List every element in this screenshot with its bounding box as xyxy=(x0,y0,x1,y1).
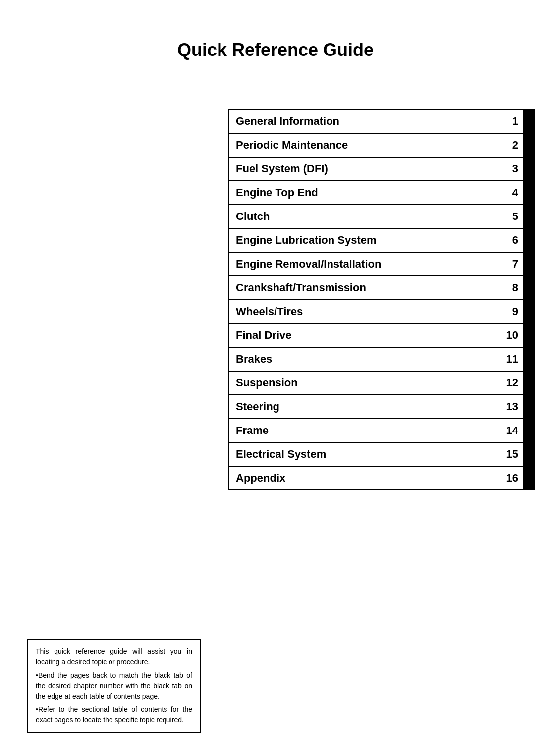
toc-tab xyxy=(523,348,534,371)
toc-number: 15 xyxy=(496,443,523,466)
toc-row: Frame14 xyxy=(228,418,535,443)
page-title: Quick Reference Guide xyxy=(0,0,551,90)
toc-row: Clutch5 xyxy=(228,204,535,229)
toc-number: 10 xyxy=(496,324,523,347)
toc-row: Engine Lubrication System6 xyxy=(228,228,535,253)
toc-tab xyxy=(523,467,534,489)
toc-row: Electrical System15 xyxy=(228,442,535,467)
toc-label: Brakes xyxy=(229,348,496,371)
toc-label: Electrical System xyxy=(229,443,496,466)
toc-row: Final Drive10 xyxy=(228,323,535,348)
toc-number: 2 xyxy=(496,134,523,157)
toc-row: Crankshaft/Transmission8 xyxy=(228,275,535,300)
toc-number: 5 xyxy=(496,205,523,228)
toc-label: Engine Lubrication System xyxy=(229,229,496,252)
toc-number: 8 xyxy=(496,276,523,299)
toc-row: Appendix16 xyxy=(228,466,535,490)
toc-label: Suspension xyxy=(229,372,496,394)
toc-row: Steering13 xyxy=(228,394,535,419)
description-bullet2: •Refer to the sectional table of content… xyxy=(36,704,192,725)
toc-number: 7 xyxy=(496,253,523,275)
toc-row: Engine Top End4 xyxy=(228,180,535,205)
toc-label: General Information xyxy=(229,110,496,133)
toc-label: Crankshaft/Transmission xyxy=(229,276,496,299)
toc-label: Wheels/Tires xyxy=(229,300,496,323)
toc-tab xyxy=(523,276,534,299)
toc-number: 11 xyxy=(496,348,523,371)
toc-number: 1 xyxy=(496,110,523,133)
toc-label: Clutch xyxy=(229,205,496,228)
toc-number: 9 xyxy=(496,300,523,323)
toc-row: Wheels/Tires9 xyxy=(228,299,535,324)
toc-tab xyxy=(523,253,534,275)
toc-container: General Information1Periodic Maintenance… xyxy=(228,109,535,489)
toc-label: Engine Removal/Installation xyxy=(229,253,496,275)
toc-row: Engine Removal/Installation7 xyxy=(228,252,535,276)
toc-tab xyxy=(523,205,534,228)
toc-tab xyxy=(523,324,534,347)
toc-tab xyxy=(523,134,534,157)
toc-tab xyxy=(523,395,534,418)
toc-tab xyxy=(523,158,534,180)
description-intro: This quick reference guide will assist y… xyxy=(36,647,192,667)
toc-tab xyxy=(523,229,534,252)
toc-row: General Information1 xyxy=(228,109,535,134)
toc-tab xyxy=(523,300,534,323)
toc-tab xyxy=(523,181,534,204)
toc-label: Engine Top End xyxy=(229,181,496,204)
toc-row: Suspension12 xyxy=(228,371,535,395)
toc-number: 4 xyxy=(496,181,523,204)
toc-tab xyxy=(523,419,534,442)
toc-tab xyxy=(523,443,534,466)
toc-label: Appendix xyxy=(229,467,496,489)
description-box: This quick reference guide will assist y… xyxy=(27,639,201,733)
toc-number: 3 xyxy=(496,158,523,180)
toc-row: Brakes11 xyxy=(228,347,535,372)
toc-label: Frame xyxy=(229,419,496,442)
toc-tab xyxy=(523,110,534,133)
toc-row: Periodic Maintenance2 xyxy=(228,133,535,158)
toc-row: Fuel System (DFI)3 xyxy=(228,157,535,181)
toc-number: 12 xyxy=(496,372,523,394)
toc-label: Final Drive xyxy=(229,324,496,347)
toc-number: 16 xyxy=(496,467,523,489)
toc-label: Steering xyxy=(229,395,496,418)
toc-number: 13 xyxy=(496,395,523,418)
toc-tab xyxy=(523,372,534,394)
toc-number: 6 xyxy=(496,229,523,252)
toc-label: Fuel System (DFI) xyxy=(229,158,496,180)
description-bullet1: •Bend the pages back to match the black … xyxy=(36,670,192,702)
toc-number: 14 xyxy=(496,419,523,442)
toc-label: Periodic Maintenance xyxy=(229,134,496,157)
